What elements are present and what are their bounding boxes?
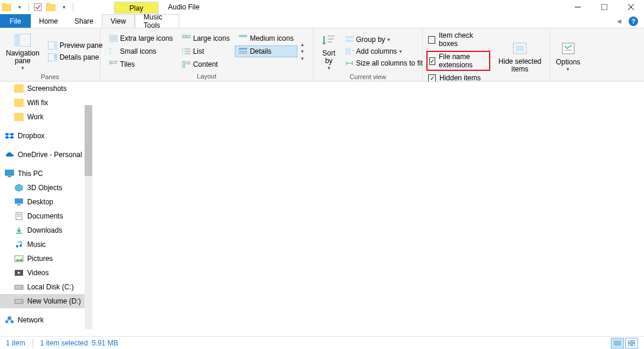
- tree-item-label: Desktop: [27, 198, 53, 206]
- tree-item-new-volume-d-[interactable]: New Volume (D:): [0, 294, 92, 308]
- check-icon[interactable]: [33, 2, 43, 12]
- item-check-boxes-checkbox[interactable]: Item check boxes: [426, 31, 490, 48]
- tree-item-network[interactable]: Network: [0, 313, 92, 327]
- layout-extra-large[interactable]: Extra large icons: [105, 32, 177, 44]
- svg-rect-58: [17, 204, 21, 206]
- view-details-toggle[interactable]: [611, 338, 624, 348]
- group-label-panes: Panes: [4, 72, 96, 81]
- svg-rect-10: [14, 34, 20, 47]
- svg-rect-70: [15, 299, 23, 304]
- svg-rect-24: [109, 48, 111, 49]
- svg-point-66: [17, 257, 18, 259]
- svg-rect-46: [345, 36, 354, 38]
- tree-item-music[interactable]: Music: [0, 237, 92, 252]
- titlebar: ▾ ▾ Play Audio File: [0, 0, 644, 14]
- svg-rect-2: [34, 4, 41, 11]
- navigation-pane-button[interactable]: Navigation pane ▾: [4, 31, 42, 72]
- svg-point-69: [21, 287, 22, 288]
- content-area: ScreenshotsWifi fixWorkDropboxOneDrive -…: [0, 81, 644, 344]
- layout-details[interactable]: Details: [235, 45, 297, 57]
- tree-item-3d-objects[interactable]: 3D Objects: [0, 181, 92, 195]
- tree-item-local-disk-c-[interactable]: Local Disk (C:): [0, 280, 92, 294]
- svg-rect-48: [345, 48, 348, 55]
- navigation-tree[interactable]: ScreenshotsWifi fixWorkDropboxOneDrive -…: [0, 81, 92, 344]
- scrollbar-thumb[interactable]: [85, 105, 92, 176]
- svg-rect-55: [5, 170, 14, 175]
- svg-rect-52: [516, 45, 524, 51]
- minimize-button[interactable]: [564, 0, 591, 14]
- tree-item-dropbox[interactable]: Dropbox: [0, 129, 92, 143]
- layout-list[interactable]: List: [178, 45, 234, 57]
- tree-item-pictures[interactable]: Pictures: [0, 252, 92, 266]
- ribbon: Navigation pane ▾ Preview pane Details p…: [0, 28, 644, 81]
- preview-pane-button[interactable]: Preview pane: [46, 41, 105, 50]
- svg-rect-22: [242, 35, 244, 37]
- chevron-down-icon: ▾: [21, 65, 24, 71]
- ribbon-group-current-view: Sort by ▾ Group by▾ +Add columns▾ Size a…: [313, 28, 423, 81]
- tab-home[interactable]: Home: [31, 14, 66, 28]
- options-button[interactable]: Options ▾: [554, 31, 582, 81]
- tree-item-this-pc[interactable]: This PC: [0, 167, 92, 181]
- ribbon-group-show-hide: Item check boxes ✓File name extensions ✓…: [423, 28, 550, 81]
- layout-expand[interactable]: ▾: [301, 56, 304, 61]
- layout-scroll-up[interactable]: ▴: [301, 41, 304, 47]
- svg-rect-80: [628, 344, 631, 346]
- help-button[interactable]: ?: [629, 17, 638, 26]
- tab-share[interactable]: Share: [66, 14, 102, 28]
- tree-item-downloads[interactable]: Downloads: [0, 223, 92, 237]
- svg-rect-36: [109, 61, 112, 64]
- add-columns-button[interactable]: +Add columns▾: [343, 47, 425, 56]
- layout-small[interactable]: Small icons: [105, 45, 177, 57]
- svg-rect-18: [111, 36, 116, 41]
- close-button[interactable]: [617, 0, 644, 14]
- layout-large[interactable]: Large icons: [178, 32, 234, 44]
- divider: [33, 339, 33, 347]
- view-large-toggle[interactable]: [625, 338, 638, 348]
- tree-item-label: Videos: [27, 269, 48, 277]
- hide-selected-button[interactable]: Hide selected items: [494, 31, 546, 83]
- tree-item-screenshots[interactable]: Screenshots: [0, 81, 92, 96]
- file-name-extensions-checkbox[interactable]: ✓File name extensions: [426, 51, 490, 71]
- group-by-button[interactable]: Group by▾: [343, 35, 425, 44]
- tab-view[interactable]: View: [102, 14, 135, 28]
- svg-rect-19: [182, 35, 186, 38]
- tree-item-wifi-fix[interactable]: Wifi fix: [0, 96, 92, 110]
- tree-item-label: New Volume (D:): [27, 297, 81, 305]
- details-pane-button[interactable]: Details pane: [46, 53, 105, 62]
- sort-by-button[interactable]: Sort by ▾: [317, 31, 341, 72]
- folder-icon: [46, 2, 56, 12]
- tree-item-label: Local Disk (C:): [27, 283, 74, 291]
- svg-rect-78: [628, 340, 631, 343]
- svg-rect-25: [109, 50, 111, 51]
- svg-rect-26: [109, 53, 111, 54]
- tab-music-tools[interactable]: Music Tools: [135, 14, 179, 28]
- tree-item-onedrive-personal[interactable]: OneDrive - Personal: [0, 148, 92, 162]
- svg-rect-79: [632, 340, 635, 343]
- size-columns-button[interactable]: Size all columns to fit: [343, 58, 425, 68]
- qa-customize-icon[interactable]: ▾: [14, 2, 25, 12]
- group-label-current-view: Current view: [317, 72, 419, 81]
- svg-rect-33: [239, 48, 247, 50]
- group-label-layout: Layout: [104, 71, 309, 81]
- tree-item-videos[interactable]: Videos: [0, 266, 92, 280]
- svg-point-63: [16, 245, 18, 247]
- context-tab-play[interactable]: Play: [114, 2, 158, 14]
- layout-content[interactable]: Content: [178, 58, 234, 70]
- navigation-pane-label: Navigation pane: [6, 50, 40, 65]
- qa-dropdown-icon[interactable]: ▾: [59, 2, 69, 12]
- tree-item-desktop[interactable]: Desktop: [0, 195, 92, 209]
- file-view[interactable]: [92, 81, 644, 344]
- tree-item-documents[interactable]: Documents: [0, 209, 92, 223]
- layout-scroll-down[interactable]: ▾: [301, 48, 304, 54]
- tree-item-label: Documents: [27, 212, 63, 220]
- ribbon-toggle-icon[interactable]: ◄: [616, 17, 623, 25]
- layout-tiles[interactable]: Tiles: [105, 58, 177, 70]
- details-pane-label: Details pane: [60, 53, 99, 61]
- tab-file[interactable]: File: [0, 14, 31, 28]
- layout-medium[interactable]: Medium icons: [235, 32, 297, 44]
- status-selected: 1 item selected 5.91 MB: [40, 339, 118, 347]
- tree-item-work[interactable]: Work: [0, 110, 92, 124]
- svg-rect-4: [46, 3, 50, 5]
- svg-rect-68: [15, 285, 23, 289]
- maximize-button[interactable]: [591, 0, 617, 14]
